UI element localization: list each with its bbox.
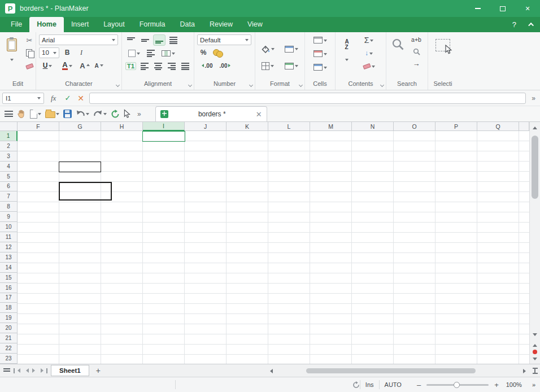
- scroll-left-button[interactable]: [265, 369, 275, 373]
- insert-function-button[interactable]: fx: [47, 94, 59, 103]
- row-header[interactable]: 10: [0, 222, 18, 232]
- wrap-text-button[interactable]: [145, 47, 157, 59]
- tab-insert[interactable]: Insert: [64, 17, 96, 32]
- column-header[interactable]: K: [227, 122, 268, 131]
- cancel-entry-button[interactable]: ✕: [76, 94, 86, 103]
- row-header[interactable]: 11: [0, 232, 18, 242]
- selection-mode-button[interactable]: [432, 34, 454, 56]
- column-header[interactable]: M: [310, 122, 352, 131]
- row-header[interactable]: 17: [0, 293, 18, 303]
- copy-button[interactable]: [23, 47, 36, 59]
- confirm-entry-button[interactable]: ✓: [63, 94, 72, 102]
- paste-options-button[interactable]: [10, 56, 14, 63]
- previous-sheet-tab-button[interactable]: [24, 366, 29, 375]
- recalculate-button[interactable]: [111, 107, 120, 121]
- zoom-slider-thumb[interactable]: [454, 382, 460, 388]
- formula-bar-overflow-button[interactable]: »: [529, 94, 538, 102]
- maximize-button[interactable]: [490, 0, 515, 17]
- sheet-tab-sheet1[interactable]: Sheet1: [51, 365, 89, 376]
- scroll-up-button[interactable]: [530, 122, 540, 131]
- formula-input[interactable]: [89, 93, 526, 104]
- first-sheet-button[interactable]: [14, 366, 20, 375]
- currency-button[interactable]: [211, 47, 224, 58]
- minimize-button[interactable]: [465, 0, 490, 17]
- valign-top-button[interactable]: [125, 34, 137, 46]
- row-header[interactable]: 19: [0, 313, 18, 323]
- insert-cells-button[interactable]: [310, 34, 331, 46]
- next-sheet-tab-button[interactable]: [32, 366, 37, 375]
- undo-button[interactable]: [76, 107, 89, 121]
- align-left-button[interactable]: [138, 60, 150, 72]
- close-document-icon[interactable]: ✕: [256, 110, 262, 119]
- orientation-button[interactable]: T1: [125, 60, 137, 72]
- cells-area[interactable]: [18, 131, 529, 364]
- row-header[interactable]: 21: [0, 333, 18, 343]
- cell-size-button[interactable]: [310, 62, 331, 73]
- last-sheet-button[interactable]: [41, 366, 47, 375]
- sidebar-menu-button[interactable]: [5, 107, 13, 121]
- column-header[interactable]: F: [18, 122, 59, 131]
- column-header[interactable]: H: [101, 122, 143, 131]
- underline-button[interactable]: U: [39, 60, 56, 71]
- zoom-slider[interactable]: [426, 384, 489, 386]
- object-mode-button[interactable]: [124, 107, 131, 121]
- open-document-button[interactable]: [45, 107, 59, 121]
- column-header[interactable]: I: [143, 122, 185, 131]
- sort-button[interactable]: AZ: [338, 34, 355, 55]
- column-header[interactable]: L: [268, 122, 310, 131]
- cell-style-button[interactable]: [282, 60, 301, 72]
- next-sheet-button[interactable]: [530, 356, 540, 364]
- row-header[interactable]: 22: [0, 343, 18, 354]
- search-again-button[interactable]: [408, 46, 424, 56]
- toolbar-overflow-button[interactable]: »: [135, 110, 143, 118]
- row-header[interactable]: 12: [0, 242, 18, 252]
- row-header[interactable]: 4: [0, 162, 18, 172]
- row-header[interactable]: 16: [0, 283, 18, 293]
- grow-font-button[interactable]: A: [79, 60, 91, 71]
- percent-button[interactable]: %: [197, 47, 210, 58]
- clear-contents-button[interactable]: [358, 60, 380, 72]
- sync-status-button[interactable]: [352, 378, 360, 391]
- collapse-ribbon-button[interactable]: [523, 17, 540, 32]
- horizontal-scroll-track[interactable]: [275, 368, 521, 374]
- merge-cells-button[interactable]: [159, 47, 178, 59]
- horizontal-scroll-thumb[interactable]: [306, 368, 476, 373]
- remove-decimal-button[interactable]: .00: [217, 60, 235, 71]
- split-view-handle[interactable]: [531, 367, 539, 374]
- text-direction-button[interactable]: [167, 34, 180, 46]
- add-decimal-button[interactable]: .00: [197, 60, 215, 71]
- cell-border-select-button[interactable]: [125, 47, 143, 59]
- bold-button[interactable]: B: [61, 47, 73, 58]
- vertical-scroll-track[interactable]: [530, 131, 540, 331]
- column-header[interactable]: G: [59, 122, 101, 131]
- fill-color-button[interactable]: [258, 43, 277, 55]
- new-document-button[interactable]: [30, 107, 41, 121]
- previous-sheet-button[interactable]: [530, 340, 540, 348]
- cell-reference-box[interactable]: I1: [2, 93, 44, 104]
- goto-button[interactable]: →: [408, 58, 424, 68]
- borders-button[interactable]: [258, 60, 277, 72]
- save-button[interactable]: [63, 107, 72, 121]
- row-header[interactable]: 9: [0, 212, 18, 222]
- sheet-list-button[interactable]: [3, 364, 10, 377]
- zoom-out-button[interactable]: –: [415, 381, 423, 389]
- shrink-font-button[interactable]: A: [93, 60, 105, 71]
- italic-button[interactable]: I: [75, 47, 88, 58]
- row-header[interactable]: 3: [0, 151, 18, 162]
- tab-home[interactable]: Home: [29, 17, 64, 32]
- insert-mode-indicator[interactable]: Ins: [360, 381, 379, 388]
- select-all-corner[interactable]: [0, 122, 18, 131]
- row-header[interactable]: 1: [0, 131, 18, 141]
- document-tab[interactable]: borders * ✕: [155, 106, 267, 121]
- delete-cells-button[interactable]: [310, 48, 331, 59]
- font-color-button[interactable]: A: [58, 60, 77, 71]
- row-header[interactable]: 15: [0, 273, 18, 283]
- search-button[interactable]: [389, 34, 406, 54]
- close-button[interactable]: ×: [515, 0, 540, 17]
- align-right-button[interactable]: [166, 60, 177, 72]
- sort-options-button[interactable]: [345, 56, 349, 63]
- tab-file[interactable]: File: [3, 17, 29, 32]
- zoom-in-button[interactable]: +: [492, 381, 501, 389]
- row-header[interactable]: 7: [0, 191, 18, 202]
- row-header[interactable]: 5: [0, 172, 18, 182]
